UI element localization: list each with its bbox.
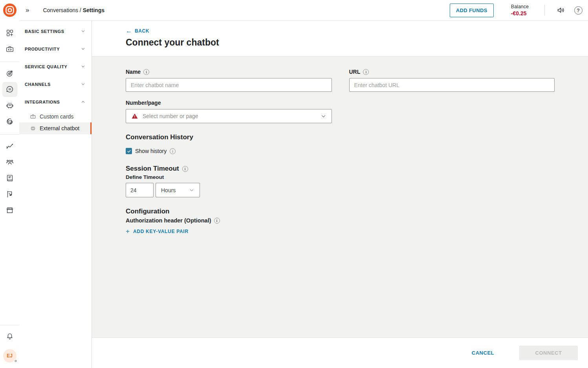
info-icon[interactable]: i — [214, 218, 220, 224]
moments-target-icon[interactable] — [2, 66, 17, 81]
add-funds-button[interactable]: ADD FUNDS — [450, 4, 494, 17]
app-window: » Conversations / Settings ADD FUNDS Bal… — [0, 0, 588, 368]
exchange-icon[interactable] — [2, 203, 17, 218]
info-icon[interactable]: i — [182, 166, 188, 172]
breadcrumb-section[interactable]: Conversations / — [43, 7, 81, 13]
sound-volume-icon[interactable] — [553, 3, 568, 18]
sidebar-collapse-icon[interactable]: » — [26, 6, 29, 14]
rail-divider — [0, 134, 19, 135]
topbar-border — [19, 20, 588, 21]
chevron-down-icon — [81, 82, 86, 87]
sidebar-item-integrations[interactable]: INTEGRATIONS — [19, 93, 92, 111]
user-avatar[interactable]: EJ — [3, 349, 16, 363]
chevron-down-icon — [321, 113, 326, 119]
icon-rail: EJ — [0, 20, 19, 368]
rail-divider — [0, 325, 19, 325]
sidebar-item-service-quality[interactable]: SERVICE QUALITY — [19, 58, 92, 75]
main-header: ← BACK Connect your chatbot — [92, 20, 588, 56]
sidebar-item-custom-cards[interactable]: Custom cards — [19, 111, 92, 122]
session-timeout-title: Session Timeout i — [126, 165, 555, 173]
analytics-icon[interactable] — [2, 138, 17, 153]
topbar-right-group: ADD FUNDS Balance -€0.25 ? — [450, 3, 588, 18]
notifications-bell-icon[interactable] — [2, 329, 17, 344]
settings-sidebar: BASIC SETTINGS PRODUCTIVITY SERVICE QUAL… — [19, 20, 92, 368]
number-page-select[interactable]: Select number or page — [126, 109, 332, 123]
top-bar: » Conversations / Settings ADD FUNDS Bal… — [0, 0, 588, 20]
warning-icon — [131, 113, 138, 120]
chevron-down-icon — [81, 64, 86, 69]
authorization-header-label: Authorization header (Optional) i — [126, 217, 555, 224]
chatbot-url-input[interactable] — [349, 78, 555, 92]
info-icon[interactable]: i — [170, 148, 176, 154]
timeout-unit-select[interactable]: Hours — [156, 183, 200, 197]
chatbot-name-input[interactable] — [126, 78, 332, 92]
signals-icon[interactable] — [2, 187, 17, 202]
rail-divider — [0, 62, 19, 62]
help-icon[interactable]: ? — [571, 3, 586, 18]
add-key-value-pair-button[interactable]: + ADD KEY-VALUE PAIR — [126, 228, 189, 235]
ai-assist-icon[interactable] — [2, 114, 17, 129]
back-arrow-icon: ← — [126, 28, 132, 34]
robot-icon — [30, 125, 36, 131]
balance-block: Balance -€0.25 — [511, 4, 529, 17]
main-panel: ← BACK Connect your chatbot Name i — [92, 20, 588, 368]
number-page-label: Number/page — [126, 100, 332, 106]
plus-icon: + — [126, 228, 130, 235]
info-icon[interactable]: i — [363, 69, 369, 75]
sidebar-item-channels[interactable]: CHANNELS — [19, 75, 92, 93]
avatar-initials: EJ — [7, 353, 13, 359]
define-timeout-label: Define Timeout — [126, 174, 555, 180]
chevron-down-icon — [81, 29, 86, 34]
checkbox-checked-icon[interactable] — [126, 148, 132, 154]
info-icon[interactable]: i — [143, 69, 149, 75]
conversations-chat-icon[interactable] — [2, 82, 17, 97]
name-field-label: Name i — [126, 69, 332, 75]
conversation-history-title: Conversation History — [126, 133, 555, 141]
sidebar-item-basic-settings[interactable]: BASIC SETTINGS — [19, 22, 92, 40]
apps-add-icon[interactable] — [2, 26, 17, 40]
avatar-status-dot — [14, 359, 18, 363]
sidebar-item-external-chatbot[interactable]: External chatbot — [19, 122, 92, 134]
back-button[interactable]: ← BACK — [126, 28, 149, 34]
dev-toolbox-icon[interactable] — [2, 42, 17, 56]
footer-action-bar: CANCEL CONNECT — [92, 337, 588, 368]
configuration-title: Configuration — [126, 208, 555, 215]
breadcrumb-page: Settings — [83, 7, 104, 13]
chevron-up-icon — [81, 99, 86, 104]
answers-bot-icon[interactable] — [2, 98, 17, 113]
topbar-divider — [544, 5, 545, 16]
infobip-logo-icon[interactable] — [3, 3, 17, 17]
show-history-checkbox-row[interactable]: Show history i — [126, 148, 555, 154]
sidebar-item-productivity[interactable]: PRODUCTIVITY — [19, 40, 92, 58]
chevron-down-icon — [81, 46, 86, 51]
chevron-down-icon — [189, 188, 194, 193]
audiences-icon[interactable] — [2, 155, 17, 169]
breadcrumb: Conversations / Settings — [43, 7, 104, 13]
cancel-button[interactable]: CANCEL — [472, 350, 494, 356]
page-title: Connect your chatbot — [126, 37, 588, 48]
balance-label: Balance — [511, 4, 529, 10]
timeout-value-input[interactable] — [126, 183, 154, 197]
balance-value: -€0.25 — [511, 10, 529, 17]
catalog-icon[interactable] — [2, 171, 17, 186]
connect-button[interactable]: CONNECT — [519, 346, 578, 360]
toolbox-icon — [30, 113, 36, 120]
form-content: Name i URL i Numbe — [92, 56, 588, 337]
url-field-label: URL i — [349, 69, 555, 75]
